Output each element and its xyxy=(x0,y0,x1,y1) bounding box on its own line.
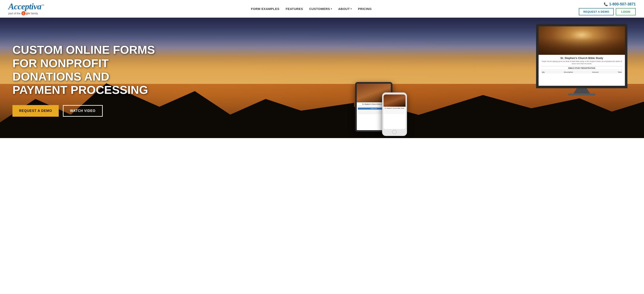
hero-title-line3: DONATIONS AND xyxy=(12,70,109,83)
monitor-form-section-label: BIBLE STUDY REGISTRATION xyxy=(541,66,622,70)
monitor-church-image xyxy=(538,26,625,55)
table-header-amount: Amount xyxy=(592,71,598,73)
header-right-section: 📞 1-800-507-3871 REQUEST A DEMO LOGIN xyxy=(579,2,636,15)
phone-number-text: 1-800-507-3871 xyxy=(609,2,636,6)
logo-subtitle: part of the Q giv family xyxy=(8,11,38,15)
church-interior-image xyxy=(538,26,625,55)
request-demo-button[interactable]: REQUEST A DEMO xyxy=(579,8,614,15)
nav-about[interactable]: ABOUT ▾ xyxy=(338,7,352,10)
nav-form-examples-label: FORM EXAMPLES xyxy=(251,7,279,10)
monitor-form-content: St. Stephen's Church Bible Study Thank Y… xyxy=(538,55,625,75)
phone-form-line-5 xyxy=(384,112,405,113)
monitor-form-subtitle: Thank You for signing up for our Book of… xyxy=(541,60,622,65)
hero-cta-buttons: REQUEST A DEMO WATCH VIDEO xyxy=(12,105,353,117)
hero-title-line4: PAYMENT PROCESSING xyxy=(12,83,148,96)
hero-section: CUSTOM ONLINE FORMS FOR NONPROFIT DONATI… xyxy=(0,18,644,138)
hero-devices-mockup: St. Stephen's Church Bible Study Thank Y… xyxy=(353,18,632,138)
customers-chevron-down-icon: ▾ xyxy=(331,8,332,10)
phone-form-line-4 xyxy=(384,112,405,112)
phone-home-button-icon xyxy=(392,130,397,134)
trademark-symbol: ™ xyxy=(41,4,44,7)
logo-area: Acceptiva™ part of the Q giv family xyxy=(8,2,44,15)
nav-about-label: ABOUT xyxy=(338,7,350,10)
nav-pricing[interactable]: PRICING xyxy=(358,7,372,10)
qgiv-name: giv xyxy=(26,12,30,15)
monitor-screen-inner: St. Stephen's Church Bible Study Thank Y… xyxy=(538,26,625,86)
nav-customers-label: CUSTOMERS xyxy=(309,7,330,10)
hero-title: CUSTOM ONLINE FORMS FOR NONPROFIT DONATI… xyxy=(12,43,353,97)
table-header-description: Description xyxy=(564,71,573,73)
hero-watch-video-button[interactable]: WATCH VIDEO xyxy=(63,105,103,117)
phone-number[interactable]: 📞 1-800-507-3871 xyxy=(604,2,636,6)
table-header-total: Total xyxy=(618,71,622,73)
brand-logo[interactable]: Acceptiva™ xyxy=(8,2,44,11)
hero-title-line2: FOR NONPROFIT xyxy=(12,57,109,70)
church-arches-overlay xyxy=(538,38,625,55)
qgiv-q-icon: Q xyxy=(22,11,26,15)
monitor-base xyxy=(568,94,595,96)
phone-form-line-1 xyxy=(384,109,405,110)
login-button[interactable]: LOGIN xyxy=(616,8,636,15)
nav-form-examples[interactable]: FORM EXAMPLES xyxy=(251,7,279,10)
phone-icon: 📞 xyxy=(604,2,608,6)
phone-form-title: St. Stephen's Church Bible Study xyxy=(384,108,405,109)
nav-features-label: FEATURES xyxy=(286,7,303,10)
monitor-screen: St. Stephen's Church Bible Study Thank Y… xyxy=(536,24,628,88)
main-nav: FORM EXAMPLES FEATURES CUSTOMERS ▾ ABOUT… xyxy=(251,7,372,10)
phone-form-line-3 xyxy=(384,111,405,111)
logo-text-main: Acceptiva xyxy=(8,2,41,11)
logo-family-text: family xyxy=(31,12,38,15)
monitor-stand xyxy=(574,88,590,94)
monitor-form-title: St. Stephen's Church Bible Study xyxy=(541,56,622,60)
phone-mockup: St. Stephen's Church Bible Study xyxy=(382,92,407,136)
hero-text-block: CUSTOM ONLINE FORMS FOR NONPROFIT DONATI… xyxy=(12,39,353,117)
logo-sub-text: part of the xyxy=(8,12,20,15)
about-chevron-down-icon: ▾ xyxy=(350,8,352,10)
desktop-monitor-mockup: St. Stephen's Church Bible Study Thank Y… xyxy=(532,24,632,103)
nav-pricing-label: PRICING xyxy=(358,7,372,10)
hero-request-demo-button[interactable]: REQUEST A DEMO xyxy=(12,105,59,117)
phone-form-line-2 xyxy=(384,110,405,110)
header-cta-buttons: REQUEST A DEMO LOGIN xyxy=(579,8,636,15)
monitor-table-header: Qty Description Amount Total xyxy=(541,71,622,74)
phone-screen: St. Stephen's Church Bible Study xyxy=(384,94,406,129)
site-header: Acceptiva™ part of the Q giv family FORM… xyxy=(0,0,644,18)
phone-form-line-6 xyxy=(384,113,405,114)
phone-church-image xyxy=(384,94,406,107)
nav-customers[interactable]: CUSTOMERS ▾ xyxy=(309,7,332,10)
table-header-qty: Qty xyxy=(542,71,544,73)
qgiv-badge: Q giv xyxy=(22,11,30,15)
hero-title-line1: CUSTOM ONLINE FORMS xyxy=(12,43,155,56)
hero-content: CUSTOM ONLINE FORMS FOR NONPROFIT DONATI… xyxy=(0,18,644,138)
phone-form-content: St. Stephen's Church Bible Study xyxy=(384,107,406,115)
nav-features[interactable]: FEATURES xyxy=(286,7,303,10)
